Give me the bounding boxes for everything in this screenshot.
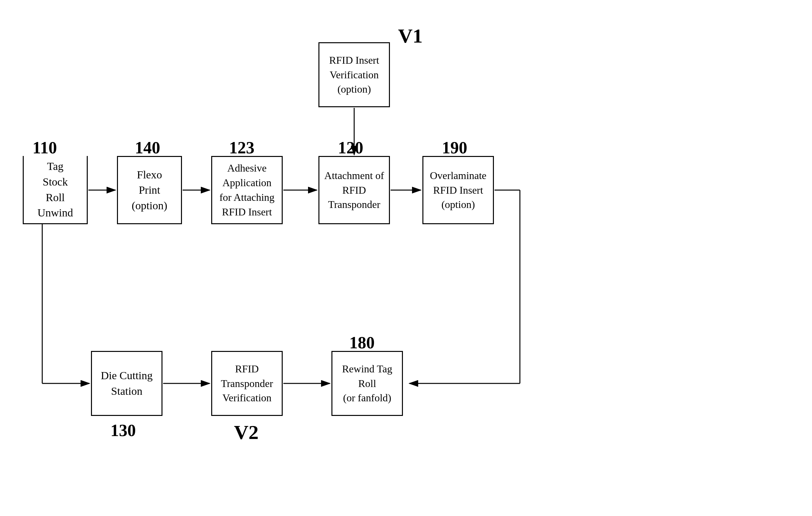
diagram-container: TagStockRollUnwind 110 FlexoPrint(option…: [0, 0, 812, 516]
node-123-text: AdhesiveApplicationfor AttachingRFID Ins…: [219, 161, 274, 219]
node-120-label: 120: [338, 138, 363, 157]
node-123: AdhesiveApplicationfor AttachingRFID Ins…: [211, 156, 283, 224]
v2-label: V2: [234, 421, 259, 444]
node-180-label: 180: [349, 333, 375, 352]
node-140: FlexoPrint(option): [117, 156, 182, 224]
node-110-text: TagStockRollUnwind: [37, 159, 73, 220]
node-v2-text: RFIDTransponderVerification: [221, 362, 273, 405]
node-190-text: OverlaminateRFID Insert(option): [430, 168, 486, 212]
node-110: TagStockRollUnwind: [23, 156, 88, 224]
node-120-text: Attachment ofRFIDTransponder: [324, 168, 384, 212]
node-130-text: Die CuttingStation: [101, 368, 153, 399]
node-190-label: 190: [442, 138, 467, 157]
node-110-label: 110: [32, 138, 57, 157]
node-v1-text: RFID InsertVerification(option): [329, 53, 379, 96]
node-123-label: 123: [229, 138, 254, 157]
node-180: Rewind TagRoll(or fanfold): [331, 351, 403, 416]
node-120: Attachment ofRFIDTransponder: [318, 156, 390, 224]
node-v2: RFIDTransponderVerification: [211, 351, 283, 416]
node-130: Die CuttingStation: [91, 351, 163, 416]
node-180-text: Rewind TagRoll(or fanfold): [342, 362, 392, 405]
node-140-label: 140: [135, 138, 160, 157]
node-v1: RFID InsertVerification(option): [318, 42, 390, 107]
node-190: OverlaminateRFID Insert(option): [423, 156, 494, 224]
v1-label: V1: [398, 24, 423, 48]
node-130-label: 130: [111, 421, 136, 440]
node-140-text: FlexoPrint(option): [132, 167, 167, 213]
